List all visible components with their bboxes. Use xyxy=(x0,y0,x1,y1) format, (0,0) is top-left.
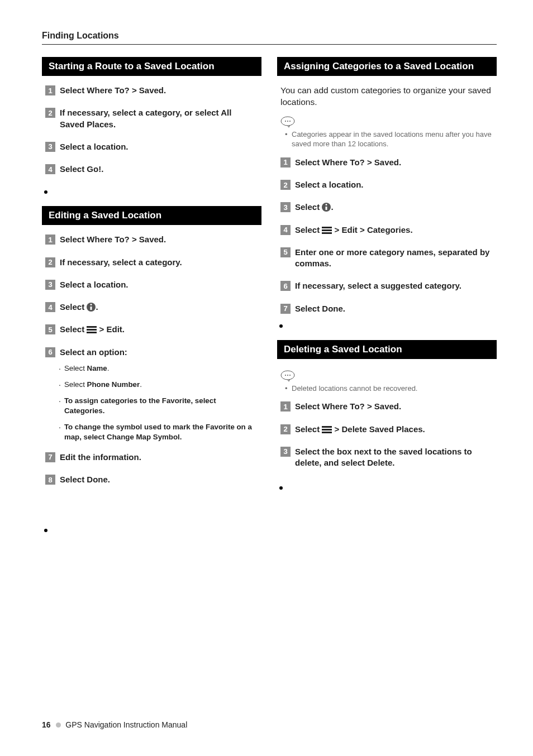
step-text: If necessary, select a suggested categor… xyxy=(295,280,461,291)
step-number-icon: 2 xyxy=(45,257,55,267)
step-text: Select Where To? > Saved. xyxy=(295,157,401,168)
step-number-icon: 8 xyxy=(45,475,55,485)
step: 4 Select . xyxy=(45,302,258,313)
bullet-dot-icon: · xyxy=(59,422,61,433)
step-number-icon: 3 xyxy=(45,280,55,290)
section-end-marker xyxy=(44,524,261,534)
step-text: Select Where To? > Saved. xyxy=(60,85,166,96)
opt-pre: To assign categories to the Favorite, se… xyxy=(64,396,216,405)
footer-title: GPS Navigation Instruction Manual xyxy=(65,720,187,729)
step: 4 Select > Edit > Categories. xyxy=(280,224,493,236)
svg-point-6 xyxy=(287,375,288,376)
svg-point-2 xyxy=(287,121,288,122)
option-text: To assign categories to the Favorite, se… xyxy=(64,396,258,417)
step: 2 If necessary, select a category. xyxy=(45,257,258,268)
step-text: Select > Edit. xyxy=(60,324,125,335)
step-text-prefix: Select xyxy=(60,302,87,312)
intro-text: You can add custom categories to organiz… xyxy=(280,85,493,108)
step: 5 Select > Edit. xyxy=(45,324,258,335)
content-columns: Starting a Route to a Saved Location 1 S… xyxy=(42,57,497,544)
left-column: Starting a Route to a Saved Location 1 S… xyxy=(42,57,261,544)
step-number-icon: 3 xyxy=(280,202,291,212)
opt-post: . xyxy=(107,364,110,372)
step: 1 Select Where To? > Saved. xyxy=(45,85,258,96)
right-column: Assigning Categories to a Saved Location… xyxy=(277,57,497,544)
opt-post: . xyxy=(140,380,142,389)
section-title-deleting-saved: Deleting a Saved Location xyxy=(277,340,497,359)
step-number-icon: 1 xyxy=(45,85,55,95)
svg-point-1 xyxy=(285,121,286,122)
option-text: Select Name. xyxy=(64,363,110,374)
step-text: If necessary, select a category. xyxy=(60,257,182,268)
step: 4 Select Go!. xyxy=(45,164,258,175)
page-footer: 16 GPS Navigation Instruction Manual xyxy=(42,720,187,729)
step-text: Enter one or more category names, separa… xyxy=(295,247,493,270)
step-number-icon: 4 xyxy=(45,164,55,174)
step-text-prefix: Select xyxy=(295,424,322,434)
step-number-icon: 3 xyxy=(45,142,55,152)
step: 2 Select > Delete Saved Places. xyxy=(280,424,493,435)
step-text: Select a location. xyxy=(60,279,129,290)
step-text-prefix: Select xyxy=(295,225,322,235)
step-number-icon: 4 xyxy=(45,302,55,312)
step-text-prefix: Select xyxy=(60,324,87,334)
section-end-marker xyxy=(279,482,497,492)
opt-bold: Change Map Symbol xyxy=(107,433,180,441)
step: 8 Select Done. xyxy=(45,474,258,485)
step-number-icon: 5 xyxy=(280,247,291,257)
step-text: Select > Delete Saved Places. xyxy=(295,424,425,435)
section-end-marker xyxy=(44,186,261,196)
step-text: Select Done. xyxy=(60,474,110,485)
step: 6 Select an option: xyxy=(45,347,258,358)
svg-point-3 xyxy=(289,121,291,122)
opt-pre: Select xyxy=(64,364,87,372)
step-text: Select . xyxy=(295,202,334,213)
page-number: 16 xyxy=(42,720,51,729)
step-text: Select a location. xyxy=(295,179,364,190)
info-icon xyxy=(322,203,331,212)
page-header: Finding Locations xyxy=(42,31,497,41)
option-item: · Select Name. xyxy=(59,363,258,374)
opt-bold: Name xyxy=(87,364,107,372)
step-text: Select Where To? > Saved. xyxy=(60,234,166,245)
option-item: · To change the symbol used to mark the … xyxy=(59,422,258,443)
step: 3 Select . xyxy=(280,202,493,213)
step: 3 Select a location. xyxy=(45,279,258,290)
bullet-dot-icon: · xyxy=(59,380,61,390)
step-text: If necessary, select a category, or sele… xyxy=(60,107,258,130)
step-number-icon: 6 xyxy=(45,347,55,357)
note-item: Categories appear in the saved locations… xyxy=(287,130,497,149)
bullet-dot-icon: · xyxy=(59,363,61,374)
step-text-suffix: . xyxy=(96,302,98,312)
step-text-suffix: > Edit > Categories. xyxy=(332,225,412,235)
note-balloon-icon xyxy=(280,370,295,380)
note-balloon-icon xyxy=(280,116,295,126)
step: 1 Select Where To? > Saved. xyxy=(280,157,493,168)
step: 3 Select a location. xyxy=(45,141,258,152)
step-text: Edit the information. xyxy=(60,452,141,463)
opt-pre: Select xyxy=(64,380,87,389)
step-text: Select Done. xyxy=(295,303,345,314)
note-item: Deleted locations cannot be recovered. xyxy=(287,384,497,394)
section-title-starting-route: Starting a Route to a Saved Location xyxy=(42,57,261,76)
step-number-icon: 2 xyxy=(280,424,291,434)
step: 7 Edit the information. xyxy=(45,452,258,463)
footer-dot-icon xyxy=(56,722,61,728)
step-text: Select . xyxy=(60,302,98,313)
step-number-icon: 2 xyxy=(280,180,291,190)
step-number-icon: 6 xyxy=(280,281,291,291)
info-icon xyxy=(87,303,96,312)
step-text: Select Go!. xyxy=(60,164,103,175)
svg-point-5 xyxy=(285,375,286,376)
step: 1 Select Where To? > Saved. xyxy=(280,401,493,412)
step-number-icon: 7 xyxy=(280,304,291,314)
section-title-assigning-categories: Assigning Categories to a Saved Location xyxy=(277,57,497,76)
step: 3 Select the box next to the saved locat… xyxy=(280,446,493,469)
opt-bold: Categories xyxy=(64,406,103,415)
step-number-icon: 1 xyxy=(280,401,291,412)
step-number-icon: 1 xyxy=(280,157,291,168)
step-text-suffix: . xyxy=(331,202,333,212)
step-text: Select an option: xyxy=(60,347,127,358)
section-title-editing-saved: Editing a Saved Location xyxy=(42,206,261,225)
opt-post: . xyxy=(180,433,182,441)
